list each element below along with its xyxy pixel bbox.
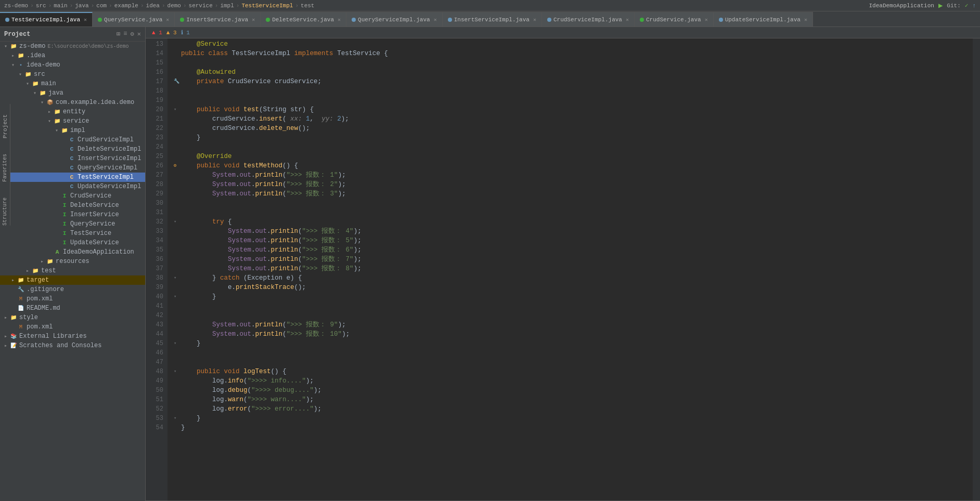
sidebar-item-target[interactable]: ▸ 📁 target xyxy=(0,275,145,285)
fold-arrow[interactable] xyxy=(174,348,181,358)
fold-arrow[interactable] xyxy=(174,180,181,189)
sidebar-item-test[interactable]: ▸ 📁 test xyxy=(0,266,145,275)
fold-arrow[interactable] xyxy=(174,320,181,329)
fold-arrow[interactable] xyxy=(174,68,181,77)
sidebar-filter-icon[interactable]: ≡ xyxy=(123,30,127,38)
sidebar-item-testserviceimpl[interactable]: ▸ C TestServiceImpl xyxy=(0,173,145,182)
fold-arrow[interactable] xyxy=(174,283,181,292)
sidebar-item-crudserviceimpl[interactable]: ▸ C CrudServiceImpl xyxy=(0,135,145,144)
sidebar-item-testservice[interactable]: ▸ I TestService xyxy=(0,229,145,238)
sidebar-item-style[interactable]: ▸ 📁 style xyxy=(0,313,145,322)
tab-close-icon[interactable]: ✕ xyxy=(338,17,341,23)
fold-arrow[interactable] xyxy=(174,152,181,161)
fold-arrow[interactable] xyxy=(174,114,181,124)
fold-arrow[interactable] xyxy=(174,208,181,217)
fold-arrow[interactable] xyxy=(174,301,181,311)
fold-arrow[interactable]: ▾ xyxy=(174,273,181,283)
sidebar-item-insertserviceimpl[interactable]: ▸ C InsertServiceImpl xyxy=(0,154,145,163)
sidebar-item-pom-xml[interactable]: ▸ M pom.xml xyxy=(0,294,145,304)
fold-arrow[interactable]: 🔧 xyxy=(174,77,181,86)
tab-close-icon[interactable]: ✕ xyxy=(252,17,255,23)
fold-arrow[interactable] xyxy=(174,170,181,180)
fold-arrow[interactable] xyxy=(174,264,181,273)
fold-arrow[interactable] xyxy=(174,133,181,142)
side-tool-project[interactable]: Project xyxy=(2,114,8,138)
run-button[interactable]: ▶ xyxy=(938,1,943,10)
sidebar-item-deleteserviceimpl[interactable]: ▸ C DeleteServiceImpl xyxy=(0,144,145,154)
fold-arrow[interactable] xyxy=(174,386,181,395)
tab-testserviceimpl[interactable]: TestServiceImpl.java ✕ xyxy=(0,12,93,27)
fold-arrow[interactable] xyxy=(174,311,181,320)
fold-arrow[interactable] xyxy=(174,124,181,133)
sidebar-item-readme[interactable]: ▸ 📄 README.md xyxy=(0,304,145,313)
fold-arrow[interactable] xyxy=(174,58,181,68)
fold-arrow[interactable] xyxy=(174,329,181,339)
fold-arrow[interactable] xyxy=(174,358,181,367)
tab-close-icon[interactable]: ✕ xyxy=(626,17,629,23)
sidebar-item-main[interactable]: ▾ 📁 main xyxy=(0,79,145,88)
sidebar-layout-icon[interactable]: ⊞ xyxy=(117,30,120,38)
side-tool-favorites[interactable]: Favorites xyxy=(2,154,8,182)
sidebar-item-updateserviceimpl[interactable]: ▸ C UpdateServiceImpl xyxy=(0,182,145,191)
fold-arrow[interactable] xyxy=(174,39,181,49)
tab-close-icon[interactable]: ✕ xyxy=(434,17,437,23)
fold-arrow[interactable]: ▾ xyxy=(174,292,181,301)
sidebar-item-java[interactable]: ▾ 📁 java xyxy=(0,88,145,98)
fold-arrow[interactable]: ▾ xyxy=(174,414,181,423)
tab-insertservice[interactable]: InsertService.java ✕ xyxy=(175,12,261,27)
tab-deleteservice[interactable]: DeleteService.java ✕ xyxy=(261,12,346,27)
fold-arrow[interactable] xyxy=(174,49,181,58)
tab-close-icon[interactable]: ✕ xyxy=(84,17,87,23)
sidebar-item-deleteservice[interactable]: ▸ I DeleteService xyxy=(0,201,145,210)
tab-close-icon[interactable]: ✕ xyxy=(804,17,807,23)
sidebar-settings-icon[interactable]: ⚙ xyxy=(131,30,134,38)
sidebar-close-icon[interactable]: ✕ xyxy=(137,30,141,38)
fold-arrow[interactable] xyxy=(174,86,181,96)
fold-arrow[interactable]: ▾ xyxy=(174,105,181,114)
tab-close-icon[interactable]: ✕ xyxy=(166,17,169,23)
fold-arrow[interactable] xyxy=(174,199,181,208)
sidebar-item-ideademo[interactable]: ▾ ▪ idea-demo xyxy=(0,60,145,70)
sidebar-item-ideademoapplication[interactable]: ▸ A IdeaDemoApplication xyxy=(0,247,145,257)
fold-arrow[interactable] xyxy=(174,236,181,245)
sidebar-item-idea[interactable]: ▸ 📁 .idea xyxy=(0,51,145,60)
fold-arrow[interactable]: ▾ xyxy=(174,217,181,227)
sidebar-item-resources[interactable]: ▸ 📁 resources xyxy=(0,257,145,266)
fold-arrow[interactable] xyxy=(174,189,181,199)
fold-arrow[interactable] xyxy=(174,96,181,105)
tab-updateserviceimpl[interactable]: UpdateServiceImpl.java ✕ xyxy=(714,12,813,27)
sidebar-item-pom-xml2[interactable]: ▸ M pom.xml xyxy=(0,322,145,332)
sidebar-item-zsdemo[interactable]: ▾ 📁 zs-demo E:\sourcecode\demo\zs-demo xyxy=(0,42,145,51)
tab-crudserviceimpl[interactable]: CrudServiceImpl.java ✕ xyxy=(542,12,635,27)
sidebar-item-insertservice[interactable]: ▸ I InsertService xyxy=(0,210,145,219)
sidebar-item-gitignore[interactable]: ▸ 🔧 .gitignore xyxy=(0,285,145,294)
sidebar-item-crudservice[interactable]: ▸ I CrudService xyxy=(0,191,145,201)
fold-arrow[interactable]: ▾ xyxy=(174,339,181,348)
fold-arrow[interactable] xyxy=(174,423,181,432)
sidebar-item-impl[interactable]: ▾ 📁 impl xyxy=(0,126,145,135)
fold-arrow[interactable] xyxy=(174,245,181,255)
tab-insertserviceimpl[interactable]: InsertServiceImpl.java ✕ xyxy=(443,12,542,27)
fold-arrow[interactable] xyxy=(174,395,181,404)
fold-arrow[interactable]: ⚙ xyxy=(174,161,181,170)
sidebar-item-package[interactable]: ▾ 📦 com.example.idea.demo xyxy=(0,98,145,107)
fold-arrow[interactable] xyxy=(174,227,181,236)
fold-arrow[interactable] xyxy=(174,142,181,152)
sidebar-item-queryserviceimpl[interactable]: ▸ C QueryServiceImpl xyxy=(0,163,145,173)
side-tool-structure[interactable]: Structure xyxy=(2,197,8,226)
sidebar-item-entity[interactable]: ▸ 📁 entity xyxy=(0,107,145,116)
tab-queryserviceimpl[interactable]: QueryServiceImpl.java ✕ xyxy=(346,12,443,27)
sidebar-item-service[interactable]: ▾ 📁 service xyxy=(0,116,145,126)
fold-arrow[interactable] xyxy=(174,376,181,386)
sidebar-item-src[interactable]: ▾ 📁 src xyxy=(0,70,145,79)
tab-close-icon[interactable]: ✕ xyxy=(533,17,536,23)
sidebar-item-scratches[interactable]: ▸ 📝 Scratches and Consoles xyxy=(0,341,145,350)
sidebar-item-external-libs[interactable]: ▸ 📚 External Libraries xyxy=(0,332,145,341)
fold-arrow[interactable] xyxy=(174,404,181,414)
sidebar-item-queryservice[interactable]: ▸ I QueryService xyxy=(0,219,145,229)
fold-arrow[interactable] xyxy=(174,255,181,264)
code-content[interactable]: @Service public class TestServiceImpl im… xyxy=(167,38,973,500)
sidebar-item-updateservice[interactable]: ▸ I UpdateService xyxy=(0,238,145,247)
tab-queryservice[interactable]: QueryService.java ✕ xyxy=(93,12,175,27)
tab-close-icon[interactable]: ✕ xyxy=(705,17,708,23)
